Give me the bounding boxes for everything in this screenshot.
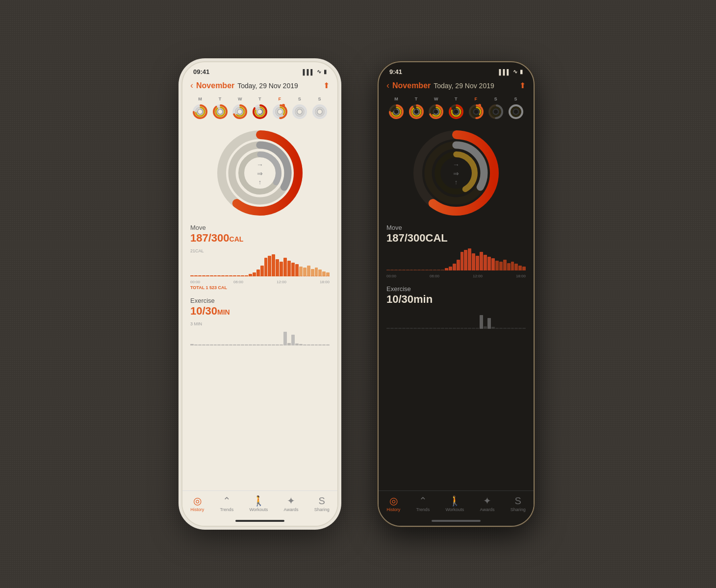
svg-point-73: [473, 109, 479, 115]
week-day-s1[interactable]: S: [291, 97, 308, 120]
main-ring-dark: → ⇒ ↑: [412, 129, 500, 217]
main-ring-light: → ⇒ ↑: [216, 129, 304, 217]
workouts-icon-dark: 🚶: [449, 496, 461, 506]
month-label-light[interactable]: November: [196, 81, 234, 90]
sharing-icon-light: S: [319, 496, 325, 506]
exercise-label-light: Exercise: [190, 297, 330, 304]
tab-workouts-label-light: Workouts: [249, 507, 268, 512]
notch-dark: [424, 62, 488, 76]
back-chevron-dark[interactable]: ‹: [386, 80, 389, 91]
date-label-light: Today, 29 Nov 2019: [237, 82, 320, 90]
tab-sharing-light[interactable]: S Sharing: [314, 496, 330, 512]
svg-text:↑: ↑: [455, 178, 458, 186]
svg-point-29: [282, 104, 285, 107]
sharing-icon-dark: S: [515, 496, 521, 506]
awards-icon-light: ✦: [287, 496, 295, 506]
week-day-t1-dark[interactable]: T: [408, 97, 425, 120]
share-button-light[interactable]: ⬆: [323, 81, 330, 90]
week-day-s1-dark[interactable]: S: [487, 97, 504, 120]
svg-text:→: →: [453, 161, 460, 169]
chart-times-dark: 00:00 06:00 12:00 18:00: [386, 274, 526, 278]
week-day-s2[interactable]: S: [311, 97, 328, 120]
tab-sharing-dark[interactable]: S Sharing: [511, 496, 526, 512]
tab-trends-label-light: Trends: [220, 507, 233, 512]
trends-icon-light: ⌃: [223, 496, 231, 506]
exercise-bars-dark: [386, 312, 526, 329]
tab-sharing-label-dark: Sharing: [511, 507, 526, 512]
exercise-chart-light: 3 MIN: [190, 321, 330, 345]
week-day-m-dark[interactable]: M: [388, 97, 405, 120]
week-row-dark: M T: [386, 95, 526, 123]
tab-sharing-label-light: Sharing: [314, 507, 330, 512]
status-time-light: 09:41: [193, 68, 209, 75]
week-day-t2-dark[interactable]: T: [448, 97, 464, 120]
week-day-t2[interactable]: T: [252, 97, 268, 120]
battery-icon: ▮: [324, 69, 327, 75]
month-label-dark[interactable]: November: [392, 81, 431, 90]
exercise-value-light: 10/30MIN: [190, 305, 330, 318]
move-label-dark: Move: [386, 224, 526, 231]
chart-area-light: [190, 254, 330, 279]
week-day-t1[interactable]: T: [212, 97, 229, 120]
exercise-metric-light: Exercise 10/30MIN: [190, 294, 330, 319]
signal-icon-dark: ▌▌▌: [499, 69, 511, 75]
status-time-dark: 9:41: [389, 68, 402, 75]
signal-icon: ▌▌▌: [303, 69, 314, 75]
light-phone-wrapper: 09:41 ▌▌▌ ∿ ▮ ‹ November Today, 29 Nov 2…: [181, 61, 338, 527]
week-day-s2-dark[interactable]: S: [508, 97, 524, 120]
svg-point-82: [513, 109, 518, 115]
svg-point-56: [413, 109, 419, 115]
tab-workouts-dark[interactable]: 🚶 Workouts: [445, 496, 464, 512]
tab-trends-dark[interactable]: ⌃ Trends: [416, 496, 430, 512]
move-value-light: 187/300CAL: [190, 232, 330, 245]
week-day-m[interactable]: M: [192, 97, 208, 120]
dark-phone-wrapper: 9:41 ▌▌▌ ∿ ▮ ‹ November Today, 29 Nov 20…: [378, 61, 535, 527]
exercise-value-dark: 10/30min: [386, 293, 526, 306]
chart-max-light: 21CAL: [190, 248, 330, 253]
tab-history-label-dark: History: [386, 507, 400, 512]
awards-icon-dark: ✦: [483, 496, 491, 506]
history-icon-dark: ◎: [389, 496, 398, 506]
wifi-icon-dark: ∿: [513, 69, 517, 75]
notch-light: [228, 62, 292, 76]
share-button-dark[interactable]: ⬆: [519, 81, 526, 90]
app-header-dark: ‹ November Today, 29 Nov 2019 ⬆: [386, 77, 526, 95]
tab-history-light[interactable]: ◎ History: [190, 496, 204, 512]
scroll-content-light: ‹ November Today, 29 Nov 2019 ⬆ M: [182, 77, 337, 490]
tab-history-label-light: History: [190, 507, 204, 512]
week-day-f[interactable]: F: [272, 97, 288, 120]
svg-point-11: [217, 109, 223, 115]
week-day-f-dark[interactable]: F: [468, 97, 485, 120]
move-value-dark: 187/300CAL: [386, 232, 526, 245]
history-icon-light: ◎: [193, 496, 202, 506]
move-metric-light: Move 187/300CAL: [190, 221, 330, 246]
tab-trends-light[interactable]: ⌃ Trends: [220, 496, 233, 512]
tab-workouts-label-dark: Workouts: [445, 507, 464, 512]
tab-awards-dark[interactable]: ✦ Awards: [480, 496, 495, 512]
exercise-metric-dark: Exercise 10/30min: [386, 282, 526, 308]
workouts-icon-light: 🚶: [253, 496, 265, 506]
svg-point-74: [478, 104, 481, 107]
move-label-light: Move: [190, 224, 330, 231]
scroll-content-dark: ‹ November Today, 29 Nov 2019 ⬆ M: [379, 77, 534, 490]
chart-bars-light: [190, 254, 330, 276]
status-icons-light: ▌▌▌ ∿ ▮: [303, 69, 327, 75]
exercise-label-dark: Exercise: [386, 285, 526, 293]
week-day-w[interactable]: W: [231, 97, 248, 120]
tab-workouts-light[interactable]: 🚶 Workouts: [249, 496, 268, 512]
main-ring-section-light: → ⇒ ↑: [190, 123, 330, 221]
back-chevron-light[interactable]: ‹: [190, 80, 193, 91]
tab-history-dark[interactable]: ◎ History: [386, 496, 400, 512]
svg-text:↑: ↑: [258, 178, 262, 186]
wifi-icon: ∿: [317, 69, 321, 75]
trends-icon-dark: ⌃: [419, 496, 427, 506]
tab-awards-light[interactable]: ✦ Awards: [284, 496, 299, 512]
week-day-w-dark[interactable]: W: [428, 97, 444, 120]
move-metric-dark: Move 187/300CAL: [386, 221, 526, 246]
total-label-light: TOTAL 1 523 CAL: [190, 285, 330, 290]
exercise-chart-dark: [386, 310, 526, 329]
tab-awards-label-dark: Awards: [480, 507, 495, 512]
status-icons-dark: ▌▌▌ ∿ ▮: [499, 69, 523, 75]
svg-point-77: [493, 109, 499, 115]
chart-bars-dark: [386, 248, 526, 270]
